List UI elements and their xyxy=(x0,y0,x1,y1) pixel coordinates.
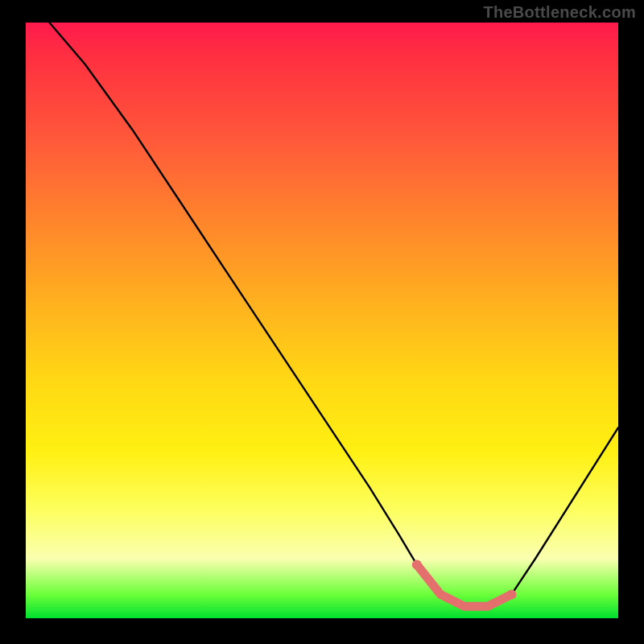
curve-layer xyxy=(26,23,618,618)
plot-area xyxy=(26,23,618,618)
chart-stage: TheBottleneck.com xyxy=(0,0,644,644)
highlight-end-dot xyxy=(507,589,517,599)
bottleneck-curve xyxy=(49,23,618,606)
watermark-text: TheBottleneck.com xyxy=(483,3,636,22)
highlight-end-dot xyxy=(412,559,422,569)
flat-bottom-highlight xyxy=(417,564,512,606)
